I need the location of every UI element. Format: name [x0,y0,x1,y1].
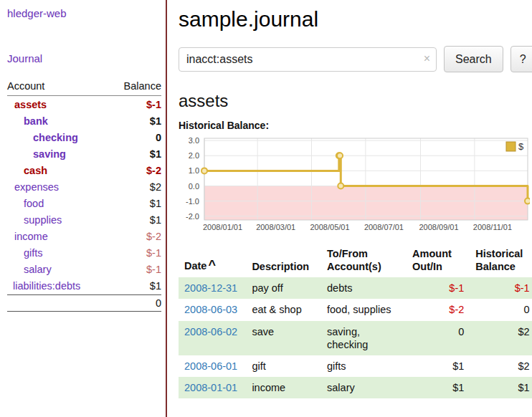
app-title-link[interactable]: hledger-web [7,7,161,19]
amount-cell: $-2 [407,299,470,320]
transaction-row: 2008-06-03 eat & shop food, supplies $-2… [179,299,532,320]
description-cell: save [246,321,321,355]
svg-text:3.0: 3.0 [189,136,199,145]
account-row: gifts$-1 [7,244,161,261]
account-balance: $-1 [146,247,161,259]
search-bar: × Search ? [179,46,532,72]
help-button[interactable]: ? [510,46,532,72]
account-balance: $2 [150,181,161,193]
svg-text:-1.0: -1.0 [186,197,199,206]
account-balance: 0 [156,132,161,143]
amount-cell: $-1 [407,277,470,299]
account-balance: $1 [150,198,161,209]
transaction-row: 2008-01-01 income salary $1 $1 [179,377,532,398]
column-header-date[interactable]: Date^ [179,244,246,277]
main-content: sample.journal × Search ? assets Histori… [167,0,532,417]
transactions-table: Date^ Description To/FromAccount(s) Amou… [179,244,532,398]
account-link-supplies[interactable]: supplies [7,214,62,226]
search-input[interactable] [179,47,437,72]
svg-text:2008/03/01: 2008/03/01 [256,223,295,231]
account-link-expenses[interactable]: expenses [7,181,59,193]
transaction-date-link[interactable]: 2008-06-02 [184,326,237,337]
accounts-total-value: 0 [156,297,161,309]
accounts-total-row: 0 [7,294,161,312]
transaction-date-link[interactable]: 2008-06-03 [184,304,237,315]
account-row: saving$1 [7,145,161,162]
accounts-header-account: Account [7,80,44,92]
account-link-assets[interactable]: assets [7,99,47,110]
account-link-gifts[interactable]: gifts [7,247,43,259]
account-balance: $1 [150,148,161,160]
account-link-income[interactable]: income [7,231,48,242]
date-cell: 2008-06-02 [179,321,246,355]
account-row: food$1 [7,195,161,211]
svg-text:-2.0: -2.0 [186,212,199,221]
accounts-cell: debts [321,277,407,299]
svg-text:2008/01/01: 2008/01/01 [203,223,242,231]
account-row: income$-2 [7,228,161,244]
svg-text:0.0: 0.0 [189,182,199,191]
column-header-amount: AmountOut/In [407,244,470,277]
date-cell: 2008-06-01 [179,355,246,377]
account-row: expenses$2 [7,178,161,195]
account-row: assets$-1 [7,96,161,112]
sidebar-item-journal[interactable]: Journal [7,52,42,64]
search-box: × [179,47,437,72]
accounts-cell: saving, checking [321,321,407,355]
transaction-date-link[interactable]: 2008-12-31 [184,282,237,294]
description-cell: pay off [246,277,321,299]
description-cell: gift [246,355,321,377]
page-title: sample.journal [179,7,532,32]
transactions-header-row: Date^ Description To/FromAccount(s) Amou… [179,244,532,277]
description-cell: eat & shop [246,299,321,320]
account-row: bank$1 [7,112,161,129]
accounts-cell: food, supplies [321,299,407,320]
svg-text:2008/11/01: 2008/11/01 [473,223,512,231]
svg-text:2008/07/01: 2008/07/01 [364,223,404,231]
transaction-row: 2008-12-31 pay off debts $-1 $-1 [179,277,532,299]
accounts-header: Account Balance [7,79,161,96]
sort-ascending-icon: ^ [208,258,216,272]
accounts-header-balance: Balance [124,80,161,92]
account-balance: $-2 [146,165,161,176]
transaction-row: 2008-06-02 save saving, checking 0 $2 [179,321,532,355]
description-cell: income [246,377,321,398]
account-link-liabilities-debts[interactable]: liabilities:debts [7,280,80,292]
balance-cell: 0 [470,299,532,320]
account-row: liabilities:debts$1 [7,277,161,294]
account-link-cash[interactable]: cash [7,165,47,176]
balance-chart: $3.02.01.00.0-1.0-2.02008/01/012008/03/0… [179,135,532,234]
account-row: salary$-1 [7,261,161,277]
hledger-web-app: hledger-web Journal Account Balance asse… [0,0,532,417]
amount-cell: $1 [407,355,470,377]
account-link-food[interactable]: food [7,198,44,209]
date-cell: 2008-06-03 [179,299,246,320]
account-balance: $-2 [146,231,161,242]
search-button[interactable]: Search [444,46,503,72]
chart-title: Historical Balance: [179,120,532,131]
account-link-bank[interactable]: bank [7,115,48,127]
transaction-row: 2008-06-01 gift gifts $1 $2 [179,355,532,377]
account-balance: $1 [150,115,161,127]
accounts-cell: gifts [321,355,407,377]
account-heading: assets [179,91,532,111]
account-balance: $1 [150,280,161,292]
account-link-checking[interactable]: checking [7,132,78,143]
account-link-saving[interactable]: saving [7,148,66,160]
amount-cell: $1 [407,377,470,398]
balance-cell: $2 [470,355,532,377]
svg-text:2008/05/01: 2008/05/01 [310,223,350,231]
transaction-date-link[interactable]: 2008-01-01 [184,382,237,393]
account-link-salary[interactable]: salary [7,264,52,275]
column-header-description: Description [246,244,321,277]
transaction-date-link[interactable]: 2008-06-01 [184,360,237,372]
account-row: checking0 [7,129,161,145]
accounts-cell: salary [321,377,407,398]
account-balance: $-1 [146,99,161,110]
sidebar: hledger-web Journal Account Balance asse… [0,0,167,417]
account-balance: $-1 [146,264,161,275]
column-header-balance: HistoricalBalance [470,244,532,277]
accounts-panel: Account Balance assets$-1 bank$1 checkin… [7,79,161,312]
column-header-accounts: To/FromAccount(s) [321,244,407,277]
clear-search-icon[interactable]: × [424,52,430,65]
